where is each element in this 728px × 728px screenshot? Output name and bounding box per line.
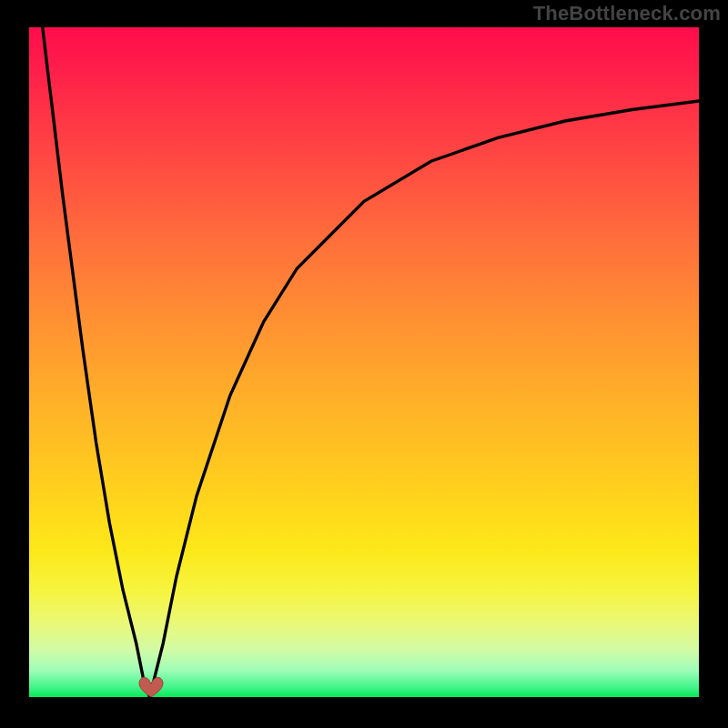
valley-marker-heart-icon xyxy=(137,675,165,697)
curve-right-branch xyxy=(149,101,699,697)
chart-frame: TheBottleneck.com xyxy=(0,0,728,728)
bottleneck-curve xyxy=(29,27,699,697)
curve-group xyxy=(43,27,699,697)
curve-left-branch xyxy=(43,27,150,697)
plot-area xyxy=(29,27,699,697)
watermark-text: TheBottleneck.com xyxy=(533,2,721,25)
